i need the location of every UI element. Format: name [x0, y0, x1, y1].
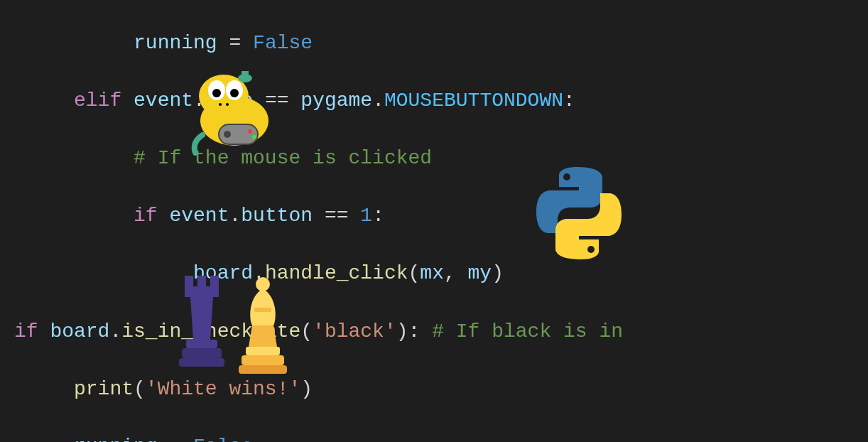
svg-rect-24	[254, 308, 271, 312]
keyword: elif	[74, 90, 121, 112]
arg: mx	[420, 262, 444, 284]
punct: .	[372, 90, 384, 112]
keyword: False	[253, 32, 313, 54]
python-logo-icon	[526, 160, 632, 266]
punct: .	[109, 320, 121, 343]
punct: :	[372, 205, 384, 227]
keyword: if	[134, 205, 158, 227]
operator: =	[158, 436, 193, 442]
number: 1	[360, 205, 372, 227]
svg-rect-20	[186, 340, 217, 348]
code-line: board.handle_click(mx, my)	[14, 259, 868, 289]
string: 'White wins!'	[146, 378, 300, 400]
punct: ,	[444, 262, 468, 284]
code-line: if board.is_in_checkmate('black'): # If …	[14, 318, 868, 347]
punct: )	[300, 378, 313, 400]
punct: (	[300, 320, 313, 343]
code-line: running = False	[14, 433, 868, 442]
svg-point-14	[563, 173, 570, 180]
operator: ==	[313, 205, 360, 227]
operator: =	[217, 32, 253, 54]
punct: )	[396, 320, 408, 343]
punct: .	[229, 205, 241, 227]
punct: (	[134, 378, 146, 400]
svg-rect-25	[246, 347, 280, 355]
svg-rect-21	[182, 348, 222, 358]
code-line: elif event.type == pygame.MOUSEBUTTONDOW…	[14, 87, 868, 116]
svg-rect-27	[239, 365, 287, 374]
punct: :	[408, 320, 433, 343]
svg-point-10	[248, 129, 252, 134]
code-line: print('White wins!')	[14, 375, 868, 404]
code-editor[interactable]: running = False elif event.type == pygam…	[0, 0, 868, 442]
variable: running	[74, 436, 158, 442]
string: 'black'	[313, 320, 396, 343]
svg-rect-26	[242, 355, 284, 365]
svg-point-5	[230, 89, 239, 97]
svg-point-9	[224, 131, 231, 138]
variable: running	[134, 32, 217, 54]
svg-rect-19	[185, 286, 219, 297]
variable: pygame	[300, 90, 372, 112]
variable: event	[158, 205, 229, 227]
comment: # If black is in	[432, 320, 623, 343]
keyword: False	[193, 436, 253, 442]
variable: board	[38, 320, 110, 343]
code-line: if event.button == 1:	[14, 202, 868, 231]
function: print	[74, 378, 134, 400]
svg-point-11	[252, 135, 256, 139]
svg-point-6	[219, 103, 222, 106]
svg-rect-22	[179, 358, 224, 367]
keyword: if	[14, 320, 38, 343]
chess-pieces-icon	[178, 269, 298, 375]
svg-point-15	[587, 246, 595, 253]
constant: MOUSEBUTTONDOWN	[384, 90, 563, 112]
svg-point-7	[226, 103, 229, 106]
punct: )	[492, 262, 504, 284]
property: button	[241, 205, 313, 227]
pygame-logo-icon	[185, 60, 284, 160]
punct: :	[563, 90, 575, 112]
code-line: running = False	[14, 29, 868, 58]
arg: my	[468, 262, 492, 284]
punct: (	[408, 262, 421, 284]
code-line: # If the mouse is clicked	[14, 144, 868, 173]
svg-point-4	[212, 89, 221, 97]
variable: event	[121, 90, 193, 112]
svg-rect-13	[242, 71, 249, 78]
